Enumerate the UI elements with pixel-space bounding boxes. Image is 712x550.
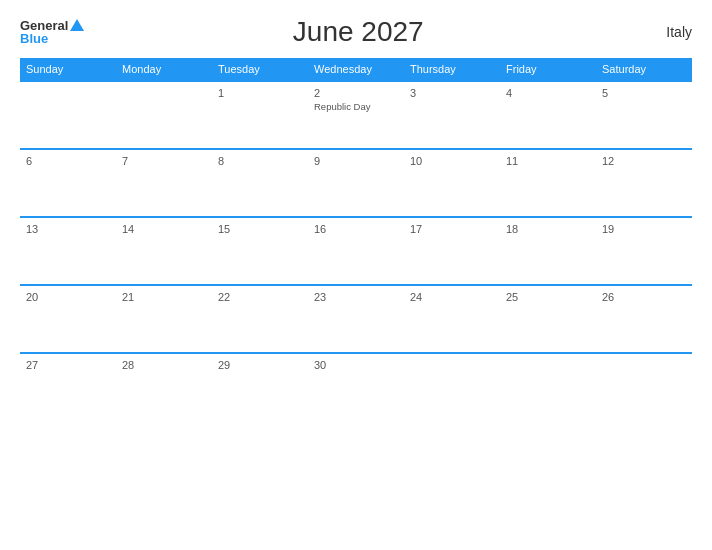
table-row: 4 (500, 81, 596, 149)
day-number: 8 (218, 155, 302, 167)
calendar-week-row: 12Republic Day345 (20, 81, 692, 149)
day-number: 27 (26, 359, 110, 371)
day-number: 29 (218, 359, 302, 371)
table-row: 1 (212, 81, 308, 149)
table-row: 10 (404, 149, 500, 217)
table-row: 27 (20, 353, 116, 421)
table-row: 11 (500, 149, 596, 217)
day-number: 15 (218, 223, 302, 235)
table-row: 16 (308, 217, 404, 285)
col-thursday: Thursday (404, 58, 500, 81)
calendar-title: June 2027 (84, 16, 632, 48)
day-number: 13 (26, 223, 110, 235)
table-row: 2Republic Day (308, 81, 404, 149)
table-row: 29 (212, 353, 308, 421)
day-number: 3 (410, 87, 494, 99)
table-row: 24 (404, 285, 500, 353)
day-number: 5 (602, 87, 686, 99)
table-row: 20 (20, 285, 116, 353)
table-row: 9 (308, 149, 404, 217)
table-row: 8 (212, 149, 308, 217)
col-monday: Monday (116, 58, 212, 81)
day-number: 28 (122, 359, 206, 371)
calendar-week-row: 27282930 (20, 353, 692, 421)
logo: General Blue (20, 19, 84, 45)
table-row: 14 (116, 217, 212, 285)
day-number: 25 (506, 291, 590, 303)
day-number: 7 (122, 155, 206, 167)
table-row (404, 353, 500, 421)
day-number: 1 (218, 87, 302, 99)
day-number: 19 (602, 223, 686, 235)
col-sunday: Sunday (20, 58, 116, 81)
table-row: 7 (116, 149, 212, 217)
day-number: 2 (314, 87, 398, 99)
table-row (20, 81, 116, 149)
day-number: 11 (506, 155, 590, 167)
calendar-week-row: 20212223242526 (20, 285, 692, 353)
table-row: 6 (20, 149, 116, 217)
day-number: 23 (314, 291, 398, 303)
page: General Blue June 2027 Italy Sunday Mond… (0, 0, 712, 550)
table-row (500, 353, 596, 421)
table-row: 5 (596, 81, 692, 149)
day-number: 30 (314, 359, 398, 371)
day-number: 21 (122, 291, 206, 303)
calendar-header-row: Sunday Monday Tuesday Wednesday Thursday… (20, 58, 692, 81)
header: General Blue June 2027 Italy (20, 16, 692, 48)
calendar-week-row: 13141516171819 (20, 217, 692, 285)
table-row: 26 (596, 285, 692, 353)
table-row: 25 (500, 285, 596, 353)
table-row: 28 (116, 353, 212, 421)
table-row: 22 (212, 285, 308, 353)
col-wednesday: Wednesday (308, 58, 404, 81)
day-number: 16 (314, 223, 398, 235)
calendar-week-row: 6789101112 (20, 149, 692, 217)
table-row (116, 81, 212, 149)
table-row (596, 353, 692, 421)
day-number: 18 (506, 223, 590, 235)
logo-triangle-icon (70, 19, 84, 31)
day-number: 9 (314, 155, 398, 167)
day-number: 17 (410, 223, 494, 235)
table-row: 12 (596, 149, 692, 217)
day-number: 4 (506, 87, 590, 99)
table-row: 30 (308, 353, 404, 421)
country-label: Italy (632, 24, 692, 40)
table-row: 13 (20, 217, 116, 285)
calendar-table: Sunday Monday Tuesday Wednesday Thursday… (20, 58, 692, 421)
day-number: 6 (26, 155, 110, 167)
col-friday: Friday (500, 58, 596, 81)
day-number: 20 (26, 291, 110, 303)
event-label: Republic Day (314, 101, 398, 112)
day-number: 26 (602, 291, 686, 303)
day-number: 10 (410, 155, 494, 167)
table-row: 19 (596, 217, 692, 285)
day-number: 24 (410, 291, 494, 303)
table-row: 23 (308, 285, 404, 353)
col-tuesday: Tuesday (212, 58, 308, 81)
table-row: 21 (116, 285, 212, 353)
day-number: 12 (602, 155, 686, 167)
table-row: 15 (212, 217, 308, 285)
day-number: 22 (218, 291, 302, 303)
table-row: 17 (404, 217, 500, 285)
table-row: 18 (500, 217, 596, 285)
table-row: 3 (404, 81, 500, 149)
col-saturday: Saturday (596, 58, 692, 81)
logo-blue-text: Blue (20, 32, 48, 45)
day-number: 14 (122, 223, 206, 235)
